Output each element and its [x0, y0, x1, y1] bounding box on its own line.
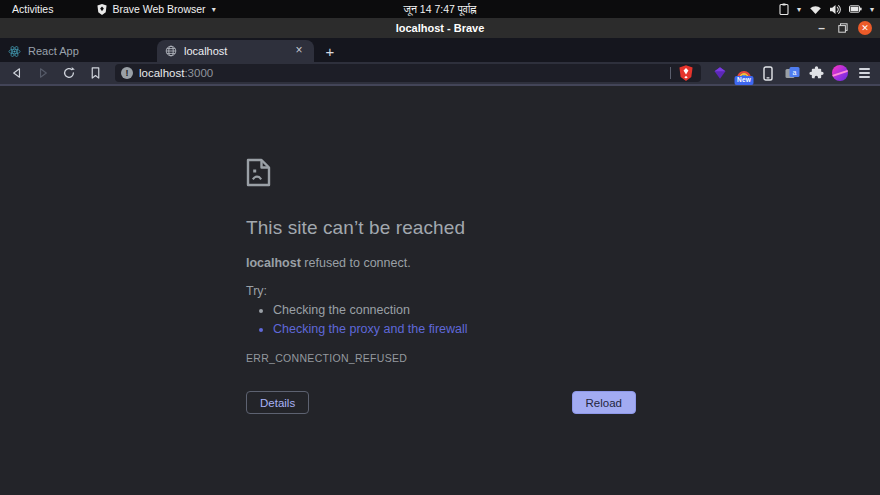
address-bar[interactable]: ! localhost:3000 — [115, 64, 701, 82]
new-badge: New — [735, 76, 754, 85]
tab-localhost[interactable]: localhost × — [157, 40, 314, 62]
reload-button[interactable] — [59, 63, 79, 83]
error-container: This site can’t be reached localhost ref… — [246, 86, 636, 414]
activities-button[interactable]: Activities — [6, 3, 59, 15]
react-icon — [8, 45, 21, 58]
minimize-button[interactable]: – — [815, 23, 828, 33]
close-button[interactable]: ✕ — [858, 21, 872, 35]
chevron-down-icon: ▾ — [212, 5, 216, 14]
wifi-icon — [809, 4, 822, 15]
svg-text:a: a — [792, 68, 796, 75]
try-label: Try: — [246, 284, 636, 298]
profile-avatar[interactable] — [831, 64, 849, 82]
translate-extension-icon[interactable]: a — [783, 64, 801, 82]
tab-close-icon[interactable]: × — [292, 44, 306, 58]
suggestion-list: Checking the connection Checking the pro… — [246, 303, 636, 337]
url-text[interactable]: localhost:3000 — [139, 67, 664, 79]
bookmark-icon[interactable] — [85, 63, 105, 83]
clipboard-icon — [779, 3, 789, 15]
brave-logo-icon — [97, 4, 107, 15]
system-tray[interactable]: ▾ — [809, 4, 874, 15]
chevron-down-icon: ▾ — [797, 5, 801, 14]
back-button[interactable] — [7, 63, 27, 83]
app-menu-label: Brave Web Browser — [112, 3, 205, 15]
window-titlebar[interactable]: localhost - Brave – ✕ — [0, 18, 880, 38]
restore-button[interactable] — [838, 23, 848, 33]
phone-extension-icon[interactable] — [759, 64, 777, 82]
error-heading: This site can’t be reached — [246, 218, 636, 239]
extension-gem-icon[interactable] — [711, 64, 729, 82]
tab-label: localhost — [184, 45, 285, 57]
page-content: This site can’t be reached localhost ref… — [0, 86, 880, 495]
menu-button[interactable] — [855, 64, 873, 82]
rewards-rainbow-icon[interactable]: New — [735, 64, 753, 82]
details-button[interactable]: Details — [246, 391, 309, 414]
error-message: localhost refused to connect. — [246, 256, 636, 270]
extensions-puzzle-icon[interactable] — [807, 64, 825, 82]
sad-file-icon — [246, 158, 271, 187]
browser-toolbar: ! localhost:3000 New a — [0, 62, 880, 86]
ubuntu-top-bar: Activities Brave Web Browser ▾ जून 14 7:… — [0, 0, 880, 18]
volume-icon — [829, 4, 842, 15]
forward-button[interactable] — [33, 63, 53, 83]
avatar — [832, 65, 848, 81]
error-code: ERR_CONNECTION_REFUSED — [246, 352, 636, 364]
tab-react-app[interactable]: React App — [0, 40, 157, 62]
chevron-down-icon: ▾ — [870, 5, 874, 14]
window-title: localhost - Brave — [396, 22, 485, 34]
brave-shields-icon[interactable] — [677, 64, 695, 82]
battery-icon — [849, 5, 862, 13]
button-row: Details Reload — [246, 391, 636, 414]
suggestion-item: Checking the connection — [273, 303, 636, 319]
address-bar-divider — [670, 67, 671, 79]
tab-strip: React App localhost × + — [0, 38, 880, 62]
clipboard-indicator[interactable]: ▾ — [779, 3, 801, 15]
app-menu[interactable]: Brave Web Browser ▾ — [97, 3, 215, 15]
globe-icon — [165, 45, 177, 57]
new-tab-button[interactable]: + — [318, 40, 342, 62]
site-info-icon[interactable]: ! — [121, 67, 133, 79]
screen: Activities Brave Web Browser ▾ जून 14 7:… — [0, 0, 880, 495]
suggestion-link[interactable]: Checking the proxy and the firewall — [273, 322, 636, 338]
reload-page-button[interactable]: Reload — [572, 391, 636, 414]
tab-label: React App — [28, 45, 149, 57]
